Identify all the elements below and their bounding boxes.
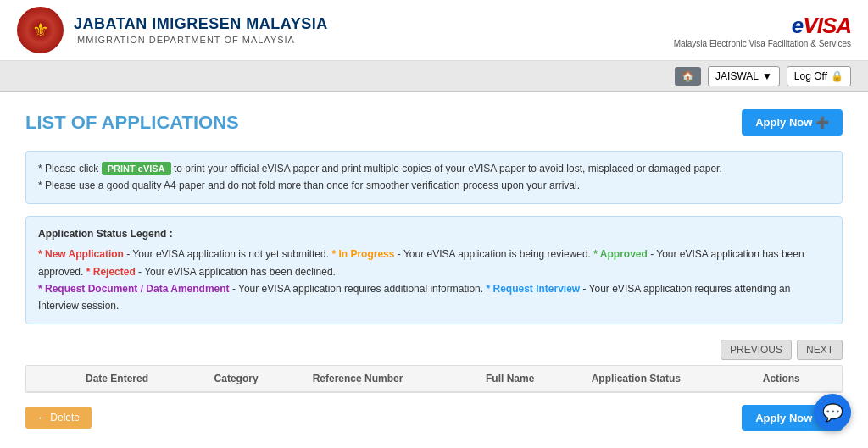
status-request-doc-label: * Request Document / Data Amendment xyxy=(38,283,230,295)
legend-box: Application Status Legend : * New Applic… xyxy=(25,216,843,324)
chat-icon: 💬 xyxy=(822,402,843,423)
org-logo xyxy=(17,7,64,53)
logout-button[interactable]: Log Off 🔒 xyxy=(787,66,851,86)
user-menu-button[interactable]: JAISWAL ▼ xyxy=(708,66,780,86)
delete-button[interactable]: Delete xyxy=(25,407,92,429)
evisa-logo-text: eVISA xyxy=(674,13,851,39)
page-header: JABATAN IMIGRESEN MALAYSIA IMMIGRATION D… xyxy=(0,0,868,61)
info-box: * Please click PRINT eVISA to print your… xyxy=(25,151,843,204)
col-number xyxy=(52,366,77,392)
applications-table: Date Entered Category Reference Number F… xyxy=(25,365,843,393)
col-checkbox xyxy=(26,366,52,392)
col-reference: Reference Number xyxy=(304,366,477,392)
page-title: LIST OF APPLICATIONS xyxy=(25,112,239,134)
print-evisa-button[interactable]: PRINT eVISA xyxy=(102,162,171,175)
status-rejected-label: * Rejected xyxy=(86,266,136,278)
next-button[interactable]: NEXT xyxy=(797,340,843,360)
org-title: JABATAN IMIGRESEN MALAYSIA IMMIGRATION D… xyxy=(74,14,328,47)
info-line2: * Please use a good quality A4 paper and… xyxy=(38,177,830,194)
lock-icon: 🔒 xyxy=(831,70,843,82)
evisa-brand: eVISA Malaysia Electronic Visa Facilitat… xyxy=(674,13,851,48)
previous-button[interactable]: PREVIOUS xyxy=(721,340,792,360)
col-status: Application Status xyxy=(583,366,754,392)
status-new-label: * New Application xyxy=(38,248,124,260)
info-line1: * Please click PRINT eVISA to print your… xyxy=(38,160,830,177)
home-button[interactable]: 🏠 xyxy=(675,67,701,86)
apply-now-top-button[interactable]: Apply Now xyxy=(742,109,843,136)
bottom-action-row: Delete Apply Now xyxy=(25,405,843,431)
legend-title: Application Status Legend : xyxy=(38,225,830,242)
user-label: JAISWAL xyxy=(715,70,759,82)
status-inprogress-label: * In Progress xyxy=(331,248,394,260)
main-content: LIST OF APPLICATIONS Apply Now * Please … xyxy=(0,92,868,448)
col-category: Category xyxy=(206,366,304,392)
page-title-row: LIST OF APPLICATIONS Apply Now xyxy=(25,109,843,136)
pagination-top: PREVIOUS NEXT xyxy=(25,340,843,360)
org-sub: IMMIGRATION DEPARTMENT OF MALAYSIA xyxy=(74,34,328,46)
navbar: 🏠 JAISWAL ▼ Log Off 🔒 xyxy=(0,61,868,92)
logo-area: JABATAN IMIGRESEN MALAYSIA IMMIGRATION D… xyxy=(17,7,328,53)
chat-bubble-button[interactable]: 💬 xyxy=(814,394,851,431)
col-actions: Actions xyxy=(754,366,842,392)
legend-content: * New Application - Your eVISA applicati… xyxy=(38,246,830,315)
evisa-tagline: Malaysia Electronic Visa Facilitation & … xyxy=(674,39,851,48)
status-approved-label: * Approved xyxy=(593,248,648,260)
table-header-row: Date Entered Category Reference Number F… xyxy=(26,366,842,392)
logout-label: Log Off xyxy=(794,70,827,82)
status-request-interview-label: * Request Interview xyxy=(486,283,580,295)
org-name: JABATAN IMIGRESEN MALAYSIA xyxy=(74,14,328,34)
col-fullname: Full Name xyxy=(477,366,583,392)
chevron-down-icon: ▼ xyxy=(762,70,772,82)
col-date: Date Entered xyxy=(77,366,206,392)
